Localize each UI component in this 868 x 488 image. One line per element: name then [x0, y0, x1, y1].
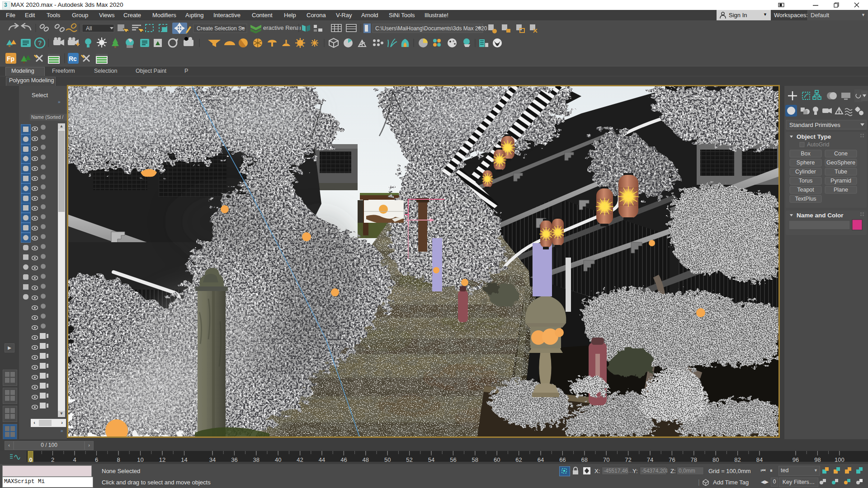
svg-text:0: 0	[29, 456, 32, 463]
svg-text:64: 64	[538, 456, 544, 463]
svg-text:56: 56	[450, 456, 456, 463]
svg-text:Cone: Cone	[834, 150, 848, 157]
svg-text:82: 82	[734, 456, 741, 463]
svg-text:Create Selection Se: Create Selection Se	[197, 25, 245, 32]
svg-text:58: 58	[472, 456, 478, 463]
svg-text:70: 70	[603, 456, 609, 463]
svg-text:34: 34	[209, 456, 216, 463]
svg-text:Teapot: Teapot	[797, 187, 814, 193]
svg-text:72: 72	[625, 456, 631, 463]
svg-text:4: 4	[73, 456, 76, 463]
svg-text:66: 66	[559, 456, 566, 463]
svg-text:8: 8	[117, 456, 120, 463]
svg-text:74: 74	[647, 456, 653, 463]
svg-text:Sphere: Sphere	[797, 160, 815, 166]
svg-text:All: All	[86, 25, 92, 32]
svg-text:Pyramid: Pyramid	[830, 178, 851, 184]
svg-text:76: 76	[669, 456, 675, 463]
svg-text:Standard Primitives: Standard Primitives	[789, 122, 840, 128]
svg-text:62: 62	[515, 456, 522, 463]
svg-text:40: 40	[275, 456, 281, 463]
svg-text:42: 42	[297, 456, 303, 463]
svg-text:Torus: Torus	[799, 178, 813, 184]
svg-text:Box: Box	[801, 150, 811, 157]
svg-text:C:\Users\MaiHoang\Documents\3d: C:\Users\MaiHoang\Documents\3ds Max 2020	[375, 25, 487, 32]
svg-text:GeoSphere: GeoSphere	[826, 160, 855, 166]
svg-text:100: 100	[835, 456, 844, 463]
svg-text:44: 44	[319, 456, 325, 463]
svg-text:68: 68	[581, 456, 588, 463]
svg-text:36: 36	[231, 456, 237, 463]
svg-text:Rc: Rc	[69, 55, 77, 62]
svg-text:eractive Renaı: eractive Renaı	[263, 24, 301, 31]
svg-text:Object Type: Object Type	[797, 133, 831, 140]
svg-text:54: 54	[428, 456, 434, 463]
svg-text:38: 38	[253, 456, 259, 463]
svg-text:10: 10	[137, 456, 143, 463]
svg-text:Fp: Fp	[7, 55, 14, 62]
svg-text:98: 98	[814, 456, 821, 463]
svg-text:46: 46	[340, 456, 347, 463]
svg-text:AutoGrid: AutoGrid	[807, 141, 829, 148]
svg-text:6: 6	[95, 456, 98, 463]
svg-text:?: ?	[38, 39, 42, 47]
svg-text:52: 52	[406, 456, 412, 463]
svg-text:78: 78	[691, 456, 697, 463]
svg-text:80: 80	[712, 456, 719, 463]
svg-text:TextPlus: TextPlus	[795, 196, 816, 202]
svg-text:48: 48	[363, 456, 369, 463]
svg-text:60: 60	[494, 456, 500, 463]
svg-text:12: 12	[159, 456, 165, 463]
svg-text:14: 14	[181, 456, 187, 463]
svg-text:Tube: Tube	[835, 169, 847, 175]
svg-text:2: 2	[51, 456, 54, 463]
svg-text:96: 96	[793, 456, 799, 463]
svg-text:Plane: Plane	[834, 187, 848, 193]
svg-text:Name and Color: Name and Color	[797, 212, 844, 219]
svg-text:50: 50	[384, 456, 391, 463]
svg-text:Cylinder: Cylinder	[795, 169, 816, 175]
svg-text:84: 84	[756, 456, 763, 463]
